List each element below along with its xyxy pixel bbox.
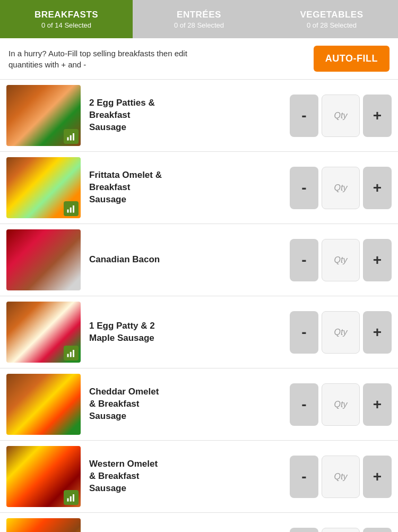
decrement-button[interactable]: - xyxy=(290,456,318,498)
svg-rect-0 xyxy=(67,138,69,141)
increment-button[interactable]: + xyxy=(363,167,392,209)
qty-display: Qty xyxy=(322,239,360,281)
qty-display: Qty xyxy=(322,383,360,426)
qty-display: Qty xyxy=(322,167,360,209)
tab-vegetables-label: VEGETABLES xyxy=(300,10,364,20)
increment-button[interactable]: + xyxy=(363,95,392,137)
increment-button[interactable]: + xyxy=(363,311,392,354)
bar-chart-icon xyxy=(64,490,79,505)
food-item: NEW!Cheddar Omelet-Qty+ xyxy=(0,513,398,532)
food-image xyxy=(6,374,81,435)
qty-display: Qty xyxy=(322,311,360,354)
autofill-button[interactable]: AUTO-FILL xyxy=(314,46,390,72)
tab-breakfasts-label: BREAKFASTS xyxy=(34,10,98,20)
svg-rect-2 xyxy=(73,133,74,141)
tab-vegetables-sublabel: 0 of 28 Selected xyxy=(307,21,357,29)
svg-rect-4 xyxy=(70,208,72,213)
food-item: Cheddar Omelet& BreakfastSausage-Qty+ xyxy=(0,368,398,441)
qty-controls: -Qty+ xyxy=(290,528,392,533)
tab-bar: BREAKFASTS 0 of 14 Selected ENTRÉES 0 of… xyxy=(0,0,398,38)
decrement-button[interactable]: - xyxy=(290,528,318,533)
bar-chart-icon xyxy=(64,129,79,144)
svg-rect-10 xyxy=(70,496,72,502)
food-item: 1 Egg Patty & 2Maple Sausage-Qty+ xyxy=(0,296,398,368)
qty-controls: -Qty+ xyxy=(290,383,392,426)
svg-rect-5 xyxy=(73,205,74,213)
food-image: NEW! xyxy=(6,518,81,532)
increment-button[interactable]: + xyxy=(363,456,392,498)
food-item: Canadian Bacon-Qty+ xyxy=(0,224,398,296)
food-image xyxy=(6,157,81,218)
svg-rect-8 xyxy=(73,350,74,357)
food-name: Canadian Bacon xyxy=(81,254,290,266)
svg-rect-3 xyxy=(67,210,69,213)
food-name: 2 Egg Patties &BreakfastSausage xyxy=(81,97,290,134)
qty-display: Qty xyxy=(322,528,360,533)
food-image xyxy=(6,229,81,290)
food-name: Western Omelet& BreakfastSausage xyxy=(81,458,290,495)
tab-entrees-sublabel: 0 of 28 Selected xyxy=(174,21,224,29)
food-image xyxy=(6,302,81,363)
autofill-description: In a hurry? Auto-Fill top selling breakf… xyxy=(8,48,221,70)
qty-controls: -Qty+ xyxy=(290,239,392,281)
food-image xyxy=(6,446,81,507)
food-item: Frittata Omelet &BreakfastSausage-Qty+ xyxy=(0,152,398,224)
tab-entrees-label: ENTRÉES xyxy=(177,10,221,20)
svg-rect-7 xyxy=(70,352,72,357)
tab-breakfasts-sublabel: 0 of 14 Selected xyxy=(41,21,91,29)
svg-rect-11 xyxy=(73,494,74,502)
decrement-button[interactable]: - xyxy=(290,311,318,354)
qty-controls: -Qty+ xyxy=(290,167,392,209)
food-item: Western Omelet& BreakfastSausage-Qty+ xyxy=(0,441,398,513)
qty-display: Qty xyxy=(322,95,360,137)
svg-rect-9 xyxy=(67,499,69,502)
svg-rect-1 xyxy=(70,135,72,141)
food-item: 2 Egg Patties &BreakfastSausage-Qty+ xyxy=(0,80,398,152)
food-image xyxy=(6,85,81,146)
qty-controls: -Qty+ xyxy=(290,311,392,354)
decrement-button[interactable]: - xyxy=(290,383,318,426)
increment-button[interactable]: + xyxy=(363,383,392,426)
decrement-button[interactable]: - xyxy=(290,239,318,281)
food-list: 2 Egg Patties &BreakfastSausage-Qty+Frit… xyxy=(0,80,398,532)
increment-button[interactable]: + xyxy=(363,528,392,533)
qty-controls: -Qty+ xyxy=(290,95,392,137)
qty-controls: -Qty+ xyxy=(290,456,392,498)
autofill-bar: In a hurry? Auto-Fill top selling breakf… xyxy=(0,38,398,80)
tab-entrees[interactable]: ENTRÉES 0 of 28 Selected xyxy=(133,0,265,38)
decrement-button[interactable]: - xyxy=(290,167,318,209)
food-name: 1 Egg Patty & 2Maple Sausage xyxy=(81,320,290,345)
qty-display: Qty xyxy=(322,456,360,498)
food-name: Cheddar Omelet& BreakfastSausage xyxy=(81,386,290,423)
decrement-button[interactable]: - xyxy=(290,95,318,137)
increment-button[interactable]: + xyxy=(363,239,392,281)
bar-chart-icon xyxy=(64,201,79,216)
tab-breakfasts[interactable]: BREAKFASTS 0 of 14 Selected xyxy=(0,0,133,38)
food-name: Frittata Omelet &BreakfastSausage xyxy=(81,169,290,206)
bar-chart-icon xyxy=(64,346,79,361)
tab-vegetables[interactable]: VEGETABLES 0 of 28 Selected xyxy=(265,0,398,38)
svg-rect-6 xyxy=(67,354,69,357)
